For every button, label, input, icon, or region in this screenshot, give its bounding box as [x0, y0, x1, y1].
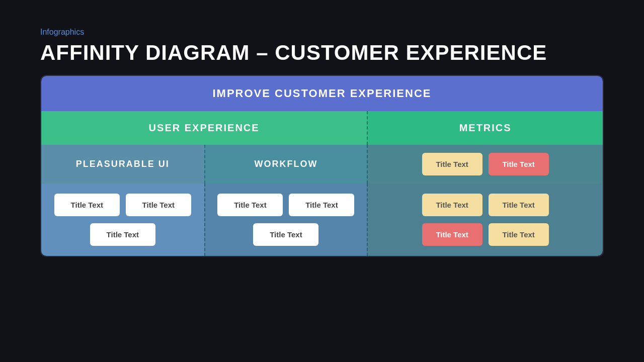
- metrics-top-card-1: Title Text: [422, 153, 482, 175]
- middle-card-3: Title Text: [253, 223, 318, 246]
- middle-card-3-label: Title Text: [270, 230, 302, 239]
- right-card-1: Title Text: [422, 194, 482, 216]
- sub-pleasurable-ui: PLEASURABLE UI: [41, 145, 204, 184]
- data-row: Title Text Title Text Title Text Title T…: [41, 184, 603, 256]
- metrics-top-card-2-label: Title Text: [502, 160, 534, 168]
- main-title: AFFINITY DIAGRAM – CUSTOMER EXPERIENCE: [40, 41, 604, 65]
- top-banner-text: IMPROVE CUSTOMER EXPERIENCE: [213, 87, 432, 100]
- page: Infographics AFFINITY DIAGRAM – CUSTOMER…: [0, 0, 644, 362]
- left-card-3: Title Text: [90, 223, 155, 246]
- category-label: Infographics: [40, 28, 604, 37]
- data-section-left: Title Text Title Text Title Text: [41, 184, 204, 256]
- category-user-experience-label: USER EXPERIENCE: [149, 122, 260, 133]
- right-card-2: Title Text: [489, 194, 549, 216]
- data-section-middle: Title Text Title Text Title Text: [204, 184, 367, 256]
- right-top-cards: Title Text Title Text: [378, 194, 593, 216]
- category-metrics: METRICS: [367, 111, 603, 145]
- metrics-top-cards: Title Text Title Text: [367, 145, 603, 184]
- left-top-cards: Title Text Title Text: [54, 194, 191, 216]
- metrics-top-card-1-label: Title Text: [436, 160, 468, 168]
- middle-top-cards: Title Text Title Text: [217, 194, 354, 216]
- category-user-experience: USER EXPERIENCE: [41, 111, 367, 145]
- right-card-3: Title Text: [422, 223, 482, 246]
- middle-card-1-label: Title Text: [234, 201, 266, 209]
- middle-card-1: Title Text: [217, 194, 283, 216]
- right-card-1-label: Title Text: [436, 201, 468, 209]
- right-card-3-label: Title Text: [436, 230, 468, 239]
- sub-workflow-label: WORKFLOW: [254, 159, 317, 169]
- left-card-2: Title Text: [126, 194, 191, 216]
- left-card-1: Title Text: [54, 194, 120, 216]
- middle-card-2: Title Text: [289, 194, 354, 216]
- sub-workflow: WORKFLOW: [204, 145, 367, 184]
- right-card-4: Title Text: [489, 223, 549, 246]
- category-metrics-label: METRICS: [459, 122, 512, 133]
- data-section-right: Title Text Title Text Title Text Title T…: [367, 184, 603, 256]
- left-card-3-label: Title Text: [107, 230, 139, 239]
- category-row: USER EXPERIENCE METRICS: [41, 111, 603, 145]
- sub-category-row: PLEASURABLE UI WORKFLOW Title Text Title…: [41, 145, 603, 184]
- left-card-1-label: Title Text: [71, 201, 103, 209]
- middle-card-2-label: Title Text: [305, 201, 338, 209]
- metrics-top-card-2: Title Text: [489, 153, 549, 175]
- right-bottom-cards: Title Text Title Text: [378, 223, 593, 246]
- top-banner: IMPROVE CUSTOMER EXPERIENCE: [41, 76, 603, 111]
- sub-pleasurable-ui-label: PLEASURABLE UI: [76, 159, 170, 169]
- right-card-2-label: Title Text: [502, 201, 534, 209]
- left-card-2-label: Title Text: [142, 201, 175, 209]
- diagram-container: IMPROVE CUSTOMER EXPERIENCE USER EXPERIE…: [40, 75, 604, 257]
- right-card-4-label: Title Text: [502, 230, 534, 239]
- header: Infographics AFFINITY DIAGRAM – CUSTOMER…: [0, 0, 644, 75]
